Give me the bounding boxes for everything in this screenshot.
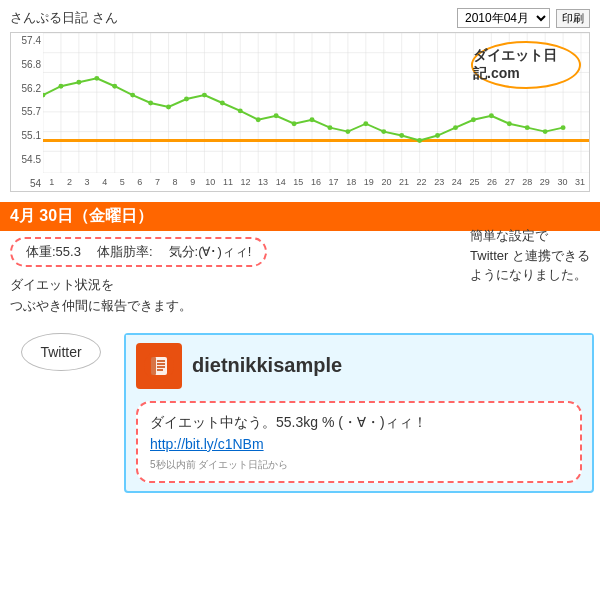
svg-rect-72 [151, 357, 156, 375]
body-fat-stat: 体脂肪率: [97, 243, 153, 261]
x-label: 3 [78, 177, 96, 187]
x-label: 6 [131, 177, 149, 187]
svg-point-51 [238, 108, 243, 113]
svg-point-44 [112, 84, 117, 89]
weight-stat: 体重:55.3 [26, 243, 81, 261]
y-label-0: 57.4 [13, 35, 41, 46]
tweet-avatar [136, 343, 182, 389]
svg-point-65 [489, 113, 494, 118]
brand-label: ダイエット日記.com [471, 41, 581, 89]
x-label: 23 [430, 177, 448, 187]
svg-point-58 [363, 121, 368, 126]
x-label: 15 [290, 177, 308, 187]
x-label: 20 [378, 177, 396, 187]
svg-point-54 [292, 121, 297, 126]
x-axis: 1 2 3 4 5 6 7 8 9 10 11 12 13 14 15 16 1… [43, 173, 589, 191]
x-label: 13 [254, 177, 272, 187]
entry-stats: 体重:55.3 体脂肪率: 気分:(∀･)ィィ! [10, 237, 267, 267]
y-axis: 57.4 56.8 56.2 55.7 55.1 54.5 54 [11, 33, 43, 191]
entry-section: 体重:55.3 体脂肪率: 気分:(∀･)ィィ! ダイエット状況を つぶやき仲間… [0, 231, 600, 323]
svg-point-46 [148, 101, 153, 106]
svg-point-47 [166, 104, 171, 109]
y-label-1: 56.8 [13, 59, 41, 70]
svg-point-48 [184, 97, 189, 102]
comment-line1: ダイエット状況を [10, 277, 114, 292]
twitter-section: Twitter dietnikkisample ダイエット中なう。55.3kg … [6, 333, 594, 494]
avatar-icon [143, 350, 175, 382]
print-button[interactable]: 印刷 [556, 9, 590, 28]
x-label: 7 [149, 177, 167, 187]
svg-point-49 [202, 93, 207, 98]
twitter-label: Twitter [21, 333, 100, 371]
svg-point-67 [525, 125, 530, 130]
twitter-annotation: 簡単な設定で Twitter と連携できる ようになりました。 [470, 226, 590, 285]
chart-controls: 2010年04月 印刷 [457, 8, 590, 28]
svg-point-53 [274, 113, 279, 118]
x-label: 29 [536, 177, 554, 187]
date-label: 4月 30日（金曜日） [10, 206, 153, 227]
x-label: 1 [43, 177, 61, 187]
svg-point-57 [345, 129, 350, 134]
x-label: 5 [113, 177, 131, 187]
svg-point-61 [417, 138, 422, 143]
x-label: 21 [395, 177, 413, 187]
svg-point-50 [220, 101, 225, 106]
x-label: 27 [501, 177, 519, 187]
x-label: 16 [307, 177, 325, 187]
x-label: 10 [201, 177, 219, 187]
chart-section: さんぷる日記 さん 2010年04月 印刷 57.4 56.8 56.2 55.… [0, 0, 600, 196]
tweet-username: dietnikkisample [192, 354, 342, 377]
x-label: 2 [61, 177, 79, 187]
svg-point-52 [256, 117, 261, 122]
x-label: 24 [448, 177, 466, 187]
x-label: 17 [325, 177, 343, 187]
x-label: 14 [272, 177, 290, 187]
svg-point-41 [58, 84, 63, 89]
x-label: 18 [342, 177, 360, 187]
svg-point-56 [327, 125, 332, 130]
x-label: 25 [466, 177, 484, 187]
x-label: 4 [96, 177, 114, 187]
x-label: 22 [413, 177, 431, 187]
svg-point-64 [471, 117, 476, 122]
svg-point-55 [310, 117, 315, 122]
tweet-text: ダイエット中なう。55.3kg % (・∀・)ィィ！ [150, 414, 427, 430]
x-label: 28 [518, 177, 536, 187]
x-label: 8 [166, 177, 184, 187]
chart-container: 57.4 56.8 56.2 55.7 55.1 54.5 54 [10, 32, 590, 192]
tweet-header: dietnikkisample [126, 335, 592, 397]
chart-title: さんぷる日記 さん [10, 9, 118, 27]
comment-line2: つぶやき仲間に報告できます。 [10, 298, 192, 313]
tweet-body: ダイエット中なう。55.3kg % (・∀・)ィィ！ http://bit.ly… [136, 401, 582, 484]
svg-point-68 [543, 129, 548, 134]
month-select[interactable]: 2010年04月 [457, 8, 550, 28]
x-label: 9 [184, 177, 202, 187]
y-label-6: 54 [13, 178, 41, 189]
svg-point-42 [76, 80, 81, 85]
x-label: 12 [237, 177, 255, 187]
y-label-3: 55.7 [13, 106, 41, 117]
x-label: 26 [483, 177, 501, 187]
twitter-feed: dietnikkisample ダイエット中なう。55.3kg % (・∀・)ィ… [124, 333, 594, 494]
annotation-line2: Twitter と連携できる [470, 248, 590, 263]
svg-point-59 [381, 129, 386, 134]
y-label-4: 55.1 [13, 130, 41, 141]
svg-point-45 [130, 93, 135, 98]
x-label: 11 [219, 177, 237, 187]
y-label-5: 54.5 [13, 154, 41, 165]
tweet-link[interactable]: http://bit.ly/c1NBm [150, 436, 264, 452]
svg-point-69 [561, 125, 566, 130]
tweet-source: 5秒以内前 ダイエット日記から [150, 457, 568, 473]
svg-point-63 [453, 125, 458, 130]
svg-point-60 [399, 133, 404, 138]
svg-point-62 [435, 133, 440, 138]
annotation-line3: ようになりました。 [470, 267, 587, 282]
svg-point-43 [94, 76, 99, 81]
x-label: 19 [360, 177, 378, 187]
twitter-label-wrapper: Twitter [6, 333, 116, 371]
y-label-2: 56.2 [13, 83, 41, 94]
annotation-line1: 簡単な設定で [470, 228, 548, 243]
x-label: 30 [554, 177, 572, 187]
mood-stat: 気分:(∀･)ィィ! [169, 243, 252, 261]
svg-point-66 [507, 121, 512, 126]
